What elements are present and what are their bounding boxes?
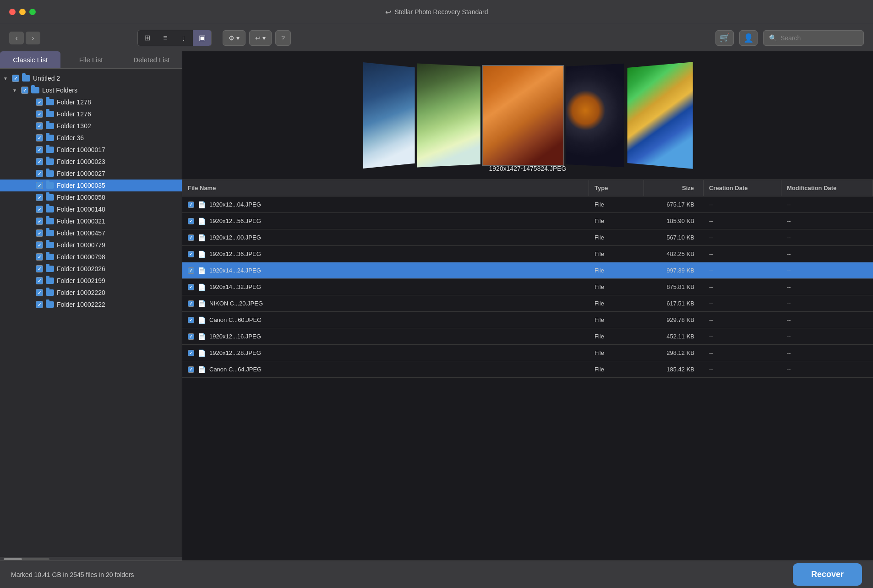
list-item[interactable]: ▶ Folder 10000027: [0, 168, 182, 180]
table-row[interactable]: 📄 1920x14...32.JPEG File 875.81 KB -- --: [182, 279, 873, 295]
file-modified: --: [781, 316, 873, 323]
file-icon: 📄: [198, 218, 206, 225]
folder-icon: [46, 278, 54, 284]
folder-10000457-checkbox[interactable]: [36, 229, 43, 237]
list-item[interactable]: ▶ Folder 10000017: [0, 144, 182, 156]
list-item[interactable]: ▶ Folder 10000779: [0, 239, 182, 251]
list-item[interactable]: ▶ Folder 10000457: [0, 227, 182, 239]
minimize-button[interactable]: [19, 9, 26, 15]
list-item[interactable]: ▶ Folder 10000798: [0, 251, 182, 263]
folder-10002026-checkbox[interactable]: [36, 265, 43, 272]
table-row[interactable]: 📄 NIKON C...20.JPEG File 617.51 KB -- --: [182, 295, 873, 312]
window-controls: [9, 9, 36, 15]
file-checkbox[interactable]: [188, 201, 194, 208]
list-item[interactable]: ▶ Folder 1278: [0, 96, 182, 108]
grid-view-button[interactable]: ⊞: [138, 30, 156, 46]
table-row[interactable]: 📄 Canon C...60.JPEG File 929.78 KB -- --: [182, 312, 873, 328]
file-checkbox[interactable]: [188, 284, 194, 290]
folder-icon: [46, 158, 54, 165]
cart-button[interactable]: 🛒: [715, 30, 734, 46]
root-checkbox[interactable]: [12, 75, 19, 82]
file-modified: --: [781, 349, 873, 356]
table-row[interactable]: 📄 Canon C...64.JPEG File 185.42 KB -- --: [182, 361, 873, 378]
history-icon: ↩: [255, 34, 261, 42]
preview-image-1[interactable]: [363, 62, 415, 169]
table-row[interactable]: 📄 1920x12...28.JPEG File 298.12 KB -- --: [182, 345, 873, 361]
close-button[interactable]: [9, 9, 16, 15]
lost-folders-checkbox[interactable]: [21, 87, 28, 94]
table-row[interactable]: 📄 1920x12...00.JPEG File 567.10 KB -- --: [182, 229, 873, 246]
list-item[interactable]: ▶ Folder 10002222: [0, 299, 182, 310]
cover-view-button[interactable]: ▣: [193, 30, 211, 46]
account-button[interactable]: 👤: [739, 30, 758, 46]
folder-10000027-checkbox[interactable]: [36, 170, 43, 177]
folder-10000321-checkbox[interactable]: [36, 218, 43, 225]
search-input[interactable]: [780, 34, 858, 42]
folder-10002199-checkbox[interactable]: [36, 277, 43, 284]
list-item[interactable]: ▶ Folder 10000023: [0, 156, 182, 168]
list-item[interactable]: ▶ Folder 10002220: [0, 287, 182, 299]
help-button[interactable]: ?: [275, 30, 291, 46]
table-row[interactable]: 📄 1920x12...56.JPEG File 185.90 KB -- --: [182, 213, 873, 229]
folder-10000779-checkbox[interactable]: [36, 241, 43, 249]
list-view-button[interactable]: ≡: [156, 30, 175, 46]
file-checkbox[interactable]: [188, 333, 194, 340]
list-item[interactable]: ▶ Folder 36: [0, 132, 182, 144]
file-checkbox[interactable]: [188, 218, 194, 224]
file-checkbox[interactable]: [188, 251, 194, 257]
file-checkbox[interactable]: [188, 317, 194, 323]
file-checkbox[interactable]: [188, 234, 194, 241]
preview-image-4[interactable]: [566, 64, 624, 167]
file-checkbox[interactable]: [188, 267, 194, 274]
lost-folders-toggle-icon: ▼: [11, 87, 18, 94]
folder-10000148-checkbox[interactable]: [36, 206, 43, 213]
list-item[interactable]: ▶ Folder 10000148: [0, 203, 182, 215]
folder-10000023-checkbox[interactable]: [36, 158, 43, 165]
list-item[interactable]: ▶ Folder 10002026: [0, 263, 182, 275]
file-checkbox[interactable]: [188, 300, 194, 307]
preview-image-2[interactable]: [417, 64, 480, 168]
file-type: File: [589, 366, 644, 373]
folder-1276-checkbox[interactable]: [36, 110, 43, 118]
maximize-button[interactable]: [29, 9, 36, 15]
folder-10002220-checkbox[interactable]: [36, 289, 43, 296]
tab-classic-list[interactable]: Classic List: [0, 51, 60, 68]
folder-10002222-checkbox[interactable]: [36, 301, 43, 308]
settings-button[interactable]: ⚙ ▾: [223, 30, 246, 46]
folder-1302-checkbox[interactable]: [36, 122, 43, 130]
folder-label: Folder 10002222: [57, 301, 105, 308]
file-checkbox[interactable]: [188, 350, 194, 356]
file-checkbox[interactable]: [188, 366, 194, 373]
folder-icon: [46, 289, 54, 296]
folder-10000798-checkbox[interactable]: [36, 253, 43, 261]
folder-10000035-checkbox[interactable]: [36, 182, 43, 189]
scroll-thumb[interactable]: [4, 558, 22, 560]
tab-file-list[interactable]: File List: [60, 51, 121, 68]
folder-10000017-checkbox[interactable]: [36, 146, 43, 153]
folder-10000058-checkbox[interactable]: [36, 194, 43, 201]
file-created: --: [704, 234, 781, 241]
recover-button[interactable]: Recover: [793, 563, 862, 586]
list-item[interactable]: ▶ Folder 10000058: [0, 191, 182, 203]
tree-root[interactable]: ▼ Untitled 2: [0, 72, 182, 84]
list-item[interactable]: ▶ Folder 10000321: [0, 215, 182, 227]
list-item[interactable]: ▶ Folder 10000035: [0, 180, 182, 191]
folder-1278-checkbox[interactable]: [36, 98, 43, 106]
forward-button[interactable]: ›: [26, 32, 40, 44]
back-button[interactable]: ‹: [9, 32, 24, 44]
column-view-button[interactable]: ⫿: [175, 30, 193, 46]
table-row[interactable]: 📄 1920x12...16.JPEG File 452.11 KB -- --: [182, 328, 873, 345]
list-item[interactable]: ▶ Folder 10002199: [0, 275, 182, 287]
preview-image-5[interactable]: [627, 62, 693, 169]
list-item[interactable]: ▶ Folder 1276: [0, 108, 182, 120]
tree-lost-folders[interactable]: ▼ Lost Folders: [0, 84, 182, 96]
list-item[interactable]: ▶ Folder 1302: [0, 120, 182, 132]
preview-image-3-selected[interactable]: [482, 65, 564, 166]
folder-36-checkbox[interactable]: [36, 134, 43, 142]
table-row[interactable]: 📄 1920x12...04.JPEG File 675.17 KB -- --: [182, 196, 873, 213]
table-row[interactable]: 📄 1920x14...24.JPEG File 997.39 KB -- --: [182, 262, 873, 279]
table-row[interactable]: 📄 1920x12...36.JPEG File 482.25 KB -- --: [182, 246, 873, 262]
tab-deleted-list[interactable]: Deleted List: [121, 51, 182, 68]
history-button[interactable]: ↩ ▾: [249, 30, 272, 46]
file-modified: --: [781, 267, 873, 274]
